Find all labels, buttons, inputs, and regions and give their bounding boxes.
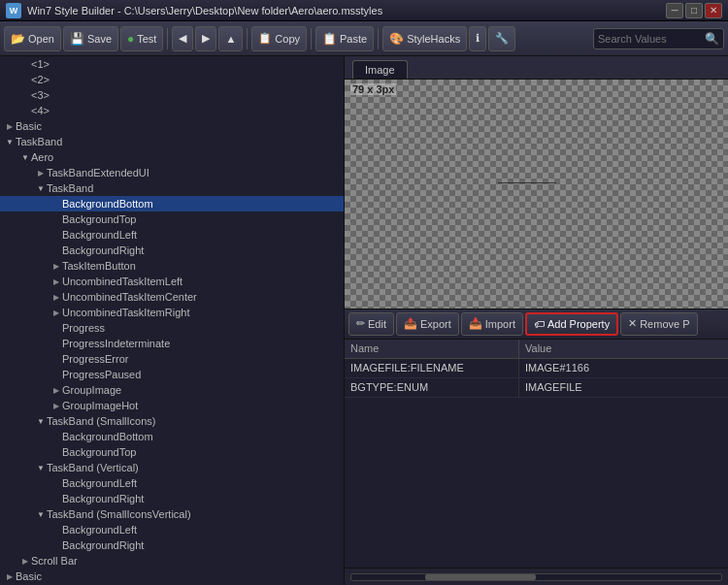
horizontal-scrollbar[interactable] [350,573,722,581]
separator-1 [167,28,168,49]
image-tab[interactable]: Image [352,60,408,79]
tree-item-label: Basic [16,570,42,582]
tree-item[interactable]: ▼Aero [0,149,344,165]
window-title: Win7 Style Builder - C:\Users\Jerry\Desk… [27,5,666,16]
tree-item[interactable]: BackgroundTop [0,211,344,227]
tree-item-label: BackgroundTop [62,446,136,458]
tree-item-label: ProgressIndeterminate [62,338,170,349]
tree-item[interactable]: <4> [0,103,344,118]
nav-forward-button[interactable]: ▶ [195,26,216,51]
expand-arrow: ▶ [50,262,62,271]
tree-item[interactable]: ▼TaskBand [0,134,344,149]
edit-button[interactable]: ✏ Edit [348,312,394,336]
tree-item-label: Basic [16,120,42,132]
expand-arrow: ▶ [50,386,62,395]
tree-item[interactable]: BackgroundBottom [0,196,344,211]
tree-item[interactable]: ProgressIndeterminate [0,336,344,351]
tree-item[interactable]: ProgressError [0,351,344,367]
tree-item-label: BackgroundRight [62,244,144,256]
tree-item[interactable]: <1> [0,56,344,72]
tree-item[interactable]: BackgroundRight [0,491,344,506]
copy-button[interactable]: 📋 Copy [251,26,307,51]
tree-item[interactable]: ▼TaskBand (Vertical) [0,460,344,475]
tree-item[interactable]: ▼TaskBand (SmallIcons) [0,413,344,429]
tree-item[interactable]: ▶TaskBandExtendedUI [0,165,344,180]
nav-forward-icon: ▶ [202,32,210,45]
export-button[interactable]: 📤 Export [396,312,459,336]
tree-item[interactable]: ▶Basic [0,118,344,134]
expand-arrow: ▼ [35,510,47,519]
tree-item[interactable]: ▶GroupImageHot [0,398,344,413]
tree-item-label: <3> [31,89,50,101]
tree-item-label: BackgroundLeft [62,229,137,241]
tree-item-label: BackgroundBottom [62,431,153,442]
app-icon: W [6,3,21,18]
save-button[interactable]: 💾 Save [63,26,118,51]
tree-item[interactable]: ▶UncombinedTaskItemCenter [0,289,344,305]
tree-item-label: Scroll Bar [31,555,78,567]
tree-item-label: TaskBand (SmallIcons) [47,415,156,427]
nav-up-icon: ▲ [225,33,236,45]
tree-item-label: BackgroundTop [62,213,136,225]
import-button[interactable]: 📥 Import [461,312,523,336]
tree-item[interactable]: Progress [0,320,344,336]
tree-item-label: UncombinedTaskItemRight [62,307,189,318]
minimize-button[interactable]: ─ [666,3,683,18]
tree-item[interactable]: ▼TaskBand [0,180,344,196]
edit-label: Edit [368,318,386,330]
copy-label: Copy [275,33,300,45]
test-button[interactable]: ● Test [120,26,163,51]
scrollbar-thumb[interactable] [425,574,536,580]
open-button[interactable]: 📂 Open [4,26,61,51]
table-row[interactable]: IMAGEFILE:FILENAME IMAGE#1166 [345,359,728,378]
search-input[interactable] [598,33,705,45]
import-label: Import [485,318,515,330]
tree-item[interactable]: BackgroundRight [0,243,344,258]
tree-item[interactable]: BackgroundLeft [0,475,344,491]
expand-arrow: ▶ [35,169,47,178]
main-toolbar: 📂 Open 💾 Save ● Test ◀ ▶ ▲ 📋 Copy 📋 Past… [0,21,728,56]
tree-item[interactable]: BackgroundTop [0,444,344,460]
settings-button[interactable]: 🔧 [488,26,515,51]
search-icon[interactable]: 🔍 [705,32,719,46]
tree-item[interactable]: ▶Scroll Bar [0,553,344,569]
tree-item[interactable]: ▶TaskItemButton [0,258,344,274]
export-label: Export [420,318,451,330]
tree-item-label: BackgroundRight [62,493,144,504]
tree-item[interactable]: BackgroundLeft [0,227,344,243]
tree-item[interactable]: <3> [0,87,344,103]
nav-up-button[interactable]: ▲ [218,26,243,51]
tree-item[interactable]: BackgroundRight [0,537,344,553]
properties-table: Name Value IMAGEFILE:FILENAME IMAGE#1166… [345,340,728,569]
tree-item[interactable]: ▼TaskBand (SmallIconsVertical) [0,506,344,522]
tree-item-label: UncombinedTaskItemCenter [62,291,197,303]
tree-item-label: <4> [31,105,50,116]
nav-back-button[interactable]: ◀ [172,26,193,51]
tree-item[interactable]: ProgressPaused [0,367,344,382]
add-property-button[interactable]: 🏷 Add Property [525,312,618,336]
tree-item[interactable]: ▶UncombinedTaskItemRight [0,305,344,320]
image-tab-bar: Image [345,56,728,80]
col-value-header: Value [519,340,728,358]
info-button[interactable]: ℹ [469,26,486,51]
tree-item[interactable]: BackgroundLeft [0,522,344,537]
remove-button[interactable]: ✕ Remove P [620,312,697,336]
table-header: Name Value [345,340,728,359]
tree-item[interactable]: ▶UncombinedTaskItemLeft [0,274,344,289]
table-row[interactable]: BGTYPE:ENUM IMAGEFILE [345,378,728,398]
tree-item-label: <1> [31,58,50,70]
tree-panel[interactable]: <1> <2> <3> <4>▶Basic▼TaskBand▼Aero▶Task… [0,56,345,585]
maximize-button[interactable]: □ [685,3,703,18]
paste-label: Paste [340,33,367,45]
tree-item[interactable]: BackgroundBottom [0,429,344,444]
tree-item[interactable]: ▶Basic [0,569,344,584]
tree-item-label: Progress [62,322,105,334]
save-label: Save [87,33,112,45]
prop-value-cell: IMAGEFILE [519,378,728,397]
stylehacks-button[interactable]: 🎨 StyleHacks [382,26,467,51]
close-button[interactable]: ✕ [705,3,722,18]
tree-item[interactable]: ▶GroupImage [0,382,344,398]
expand-arrow: ▶ [4,572,16,581]
paste-button[interactable]: 📋 Paste [315,26,374,51]
tree-item[interactable]: <2> [0,72,344,87]
